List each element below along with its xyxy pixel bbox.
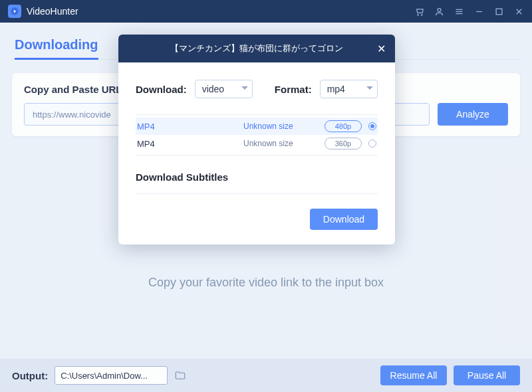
modal-header: 【マンチカンズ】猫が布団に群がってゴロン ✕ [118,35,395,62]
radio-unselected[interactable] [368,140,376,147]
chevron-down-icon [241,86,248,90]
download-type-label: Download: [136,84,187,95]
quality-options: MP4 Unknown size 480p MP4 Unknown size 3… [136,114,378,155]
option-size: Unknown size [243,122,325,131]
option-size: Unknown size [243,139,325,148]
quality-badge: 480p [325,120,362,132]
option-format: MP4 [137,122,243,132]
radio-selected[interactable] [368,122,376,130]
option-format: MP4 [137,139,243,149]
format-select[interactable]: mp4 [320,80,378,98]
quality-option[interactable]: MP4 Unknown size 360p [136,135,378,152]
select-row: Download: video Format: mp4 [136,80,378,98]
download-type-value: video [202,84,224,94]
quality-badge: 360p [325,138,362,149]
modal-close-icon[interactable]: ✕ [377,43,386,55]
quality-option[interactable]: MP4 Unknown size 480p [136,118,378,135]
format-value: mp4 [327,84,345,94]
subtitles-label: Download Subtitles [136,171,378,194]
modal-title: 【マンチカンズ】猫が布団に群がってゴロン [170,43,343,54]
download-type-select[interactable]: video [195,80,253,98]
download-modal: 【マンチカンズ】猫が布団に群がってゴロン ✕ Download: video F… [118,35,395,245]
chevron-down-icon [366,86,373,90]
format-label: Format: [275,84,312,95]
download-button[interactable]: Download [310,209,378,230]
